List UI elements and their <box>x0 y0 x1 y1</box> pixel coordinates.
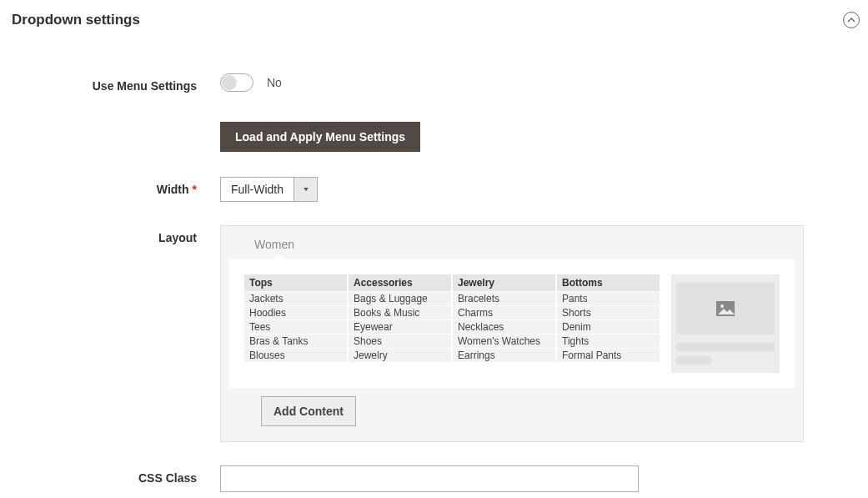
layout-tab[interactable]: Women <box>221 226 803 259</box>
form-body: Use Menu Settings No Load and Apply Menu… <box>0 40 868 498</box>
column-item: Shorts <box>557 306 660 319</box>
layout-columns: TopsJacketsHoodiesTeesBras & TanksBlouse… <box>244 274 660 373</box>
label-css-class: CSS Class <box>17 465 220 490</box>
column-item: Shoes <box>349 335 451 348</box>
column-item: Formal Pants <box>557 349 660 362</box>
control-use-menu-settings: No <box>220 73 851 92</box>
chevron-up-icon <box>847 16 855 24</box>
row-width: Width* Full-Width <box>17 177 851 202</box>
column-item: Hoodies <box>244 306 347 319</box>
column-item: Jackets <box>244 292 347 305</box>
control-css-class <box>220 465 851 492</box>
chevron-down-icon <box>294 178 317 201</box>
tab-arrow-icon <box>273 254 286 260</box>
column-item: Women's Watches <box>453 335 555 348</box>
column-item: Denim <box>557 320 660 334</box>
control-width: Full-Width <box>220 177 851 202</box>
row-layout: Layout Women TopsJacketsHoodiesTeesBras … <box>17 225 851 442</box>
layout-side-block <box>671 274 780 373</box>
svg-point-1 <box>720 304 724 308</box>
column-header: Accessories <box>349 274 451 291</box>
panel-header: Dropdown settings <box>0 0 868 40</box>
placeholder-line-short <box>676 356 711 365</box>
width-select[interactable]: Full-Width <box>220 177 318 202</box>
width-selected: Full-Width <box>221 178 294 201</box>
column-item: Charms <box>453 306 555 319</box>
toggle-value: No <box>267 76 282 89</box>
label-layout: Layout <box>17 225 220 250</box>
column-item: Bracelets <box>453 292 555 305</box>
column-item: Blouses <box>244 349 347 362</box>
column-item: Earrings <box>453 349 555 362</box>
collapse-toggle[interactable] <box>843 12 860 28</box>
load-apply-button[interactable]: Load and Apply Menu Settings <box>220 122 420 152</box>
required-asterisk: * <box>193 183 197 196</box>
layout-preview: Women TopsJacketsHoodiesTeesBras & Tanks… <box>220 225 804 442</box>
layout-column: TopsJacketsHoodiesTeesBras & TanksBlouse… <box>244 274 347 373</box>
toggle-knob <box>222 75 237 90</box>
column-header: Bottoms <box>557 274 660 291</box>
column-item: Tights <box>557 335 660 348</box>
column-item: Tees <box>244 320 347 334</box>
column-header: Tops <box>244 274 347 291</box>
column-item: Jewelry <box>349 349 451 362</box>
placeholder-line <box>676 343 775 351</box>
layout-tab-label: Women <box>254 238 294 251</box>
layout-column: AccessoriesBags & LuggageBooks & MusicEy… <box>349 274 451 373</box>
column-item: Eyewear <box>349 320 451 334</box>
layout-column: BottomsPantsShortsDenimTightsFormal Pant… <box>557 274 660 373</box>
column-item: Books & Music <box>349 306 451 319</box>
toggle-use-menu-settings[interactable] <box>220 73 253 92</box>
column-item: Pants <box>557 292 660 305</box>
column-item: Bags & Luggage <box>349 292 451 305</box>
label-width-text: Width <box>157 183 189 196</box>
panel-title: Dropdown settings <box>12 12 140 28</box>
column-header: Jewelry <box>453 274 555 291</box>
css-class-input[interactable] <box>220 465 639 492</box>
label-width: Width* <box>17 177 220 202</box>
label-use-menu-settings: Use Menu Settings <box>17 73 220 98</box>
column-item: Bras & Tanks <box>244 335 347 348</box>
column-item: Necklaces <box>453 320 555 334</box>
add-content-button[interactable]: Add Content <box>261 396 356 426</box>
layout-column: JewelryBraceletsCharmsNecklacesWomen's W… <box>453 274 555 373</box>
image-icon <box>716 301 735 316</box>
image-placeholder <box>676 283 775 335</box>
row-css-class: CSS Class <box>17 465 851 492</box>
row-use-menu-settings: Use Menu Settings No <box>17 73 851 98</box>
layout-body: TopsJacketsHoodiesTeesBras & TanksBlouse… <box>229 259 795 388</box>
